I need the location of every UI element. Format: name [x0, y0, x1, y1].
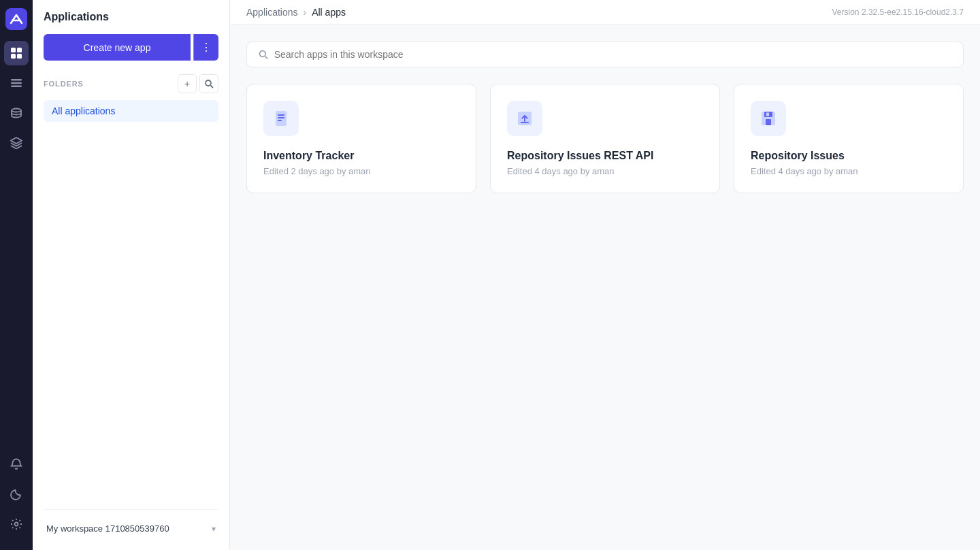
content-area: Inventory Tracker Edited 2 days ago by a… [230, 25, 980, 550]
create-new-app-more-button[interactable]: ⋮ [193, 34, 218, 61]
svg-rect-13 [278, 114, 284, 116]
app-meta: Edited 4 days ago by aman [507, 166, 703, 176]
svg-point-11 [259, 51, 265, 57]
nav-icon-database[interactable] [4, 101, 29, 125]
svg-rect-5 [11, 79, 22, 81]
svg-rect-14 [278, 117, 284, 118]
app-meta: Edited 2 days ago by aman [263, 166, 459, 176]
main-header: Applications › All apps Version 2.32.5-e… [230, 0, 980, 25]
icon-sidebar [0, 0, 33, 550]
folders-actions: + [178, 74, 218, 93]
search-input-icon [258, 49, 269, 60]
svg-point-10 [206, 80, 211, 86]
svg-rect-6 [11, 82, 22, 84]
dots-icon: ⋮ [201, 42, 212, 53]
breadcrumb-separator: › [304, 7, 307, 18]
svg-rect-19 [766, 119, 771, 125]
svg-rect-20 [766, 113, 769, 116]
breadcrumb: Applications › All apps [246, 7, 346, 18]
left-panel-footer: My workspace 1710850539760 ▾ [44, 509, 218, 539]
svg-point-9 [15, 523, 18, 526]
left-panel-title: Applications [44, 11, 218, 23]
create-btn-wrapper: Create new app ⋮ [44, 34, 218, 61]
folders-header: FOLDERS + [44, 74, 218, 93]
svg-rect-3 [11, 54, 16, 59]
app-meta: Edited 4 days ago by aman [751, 166, 947, 176]
svg-rect-4 [17, 54, 22, 59]
workspace-row[interactable]: My workspace 1710850539760 ▾ [44, 518, 218, 539]
app-name: Repository Issues REST API [507, 150, 703, 162]
folder-label: All applications [52, 106, 115, 116]
add-folder-button[interactable]: + [178, 74, 197, 93]
app-card-inventory-tracker[interactable]: Inventory Tracker Edited 2 days ago by a… [246, 84, 476, 193]
nav-icon-list[interactable] [4, 71, 29, 95]
app-icon-wrapper [263, 101, 299, 136]
workspace-name: My workspace 1710850539760 [46, 523, 169, 534]
app-name: Inventory Tracker [263, 150, 459, 162]
bottom-icons [4, 452, 29, 542]
document-icon [272, 110, 290, 127]
svg-rect-15 [278, 120, 282, 121]
search-input[interactable] [274, 49, 952, 60]
app-card-repository-issues[interactable]: Repository Issues Edited 4 days ago by a… [734, 84, 964, 193]
app-icon-wrapper [507, 101, 542, 136]
app-card-repository-issues-rest[interactable]: Repository Issues REST API Edited 4 days… [490, 84, 720, 193]
breadcrumb-root[interactable]: Applications [246, 7, 298, 18]
folders-label: FOLDERS [44, 80, 84, 88]
search-icon [204, 79, 214, 88]
svg-rect-2 [17, 48, 22, 52]
app-icon-wrapper [751, 101, 786, 136]
nav-icon-bell[interactable] [4, 452, 29, 476]
save-icon [760, 110, 777, 127]
breadcrumb-current: All apps [312, 7, 346, 18]
app-logo[interactable] [5, 8, 27, 30]
nav-icon-settings[interactable] [4, 512, 29, 536]
nav-icon-moon[interactable] [4, 482, 29, 506]
app-name: Repository Issues [751, 150, 947, 162]
search-folder-button[interactable] [199, 74, 218, 93]
nav-icon-grid[interactable] [4, 41, 29, 65]
svg-rect-7 [11, 86, 22, 88]
create-new-app-button[interactable]: Create new app [44, 34, 191, 61]
upload-icon [516, 110, 534, 127]
svg-point-8 [12, 109, 21, 112]
svg-rect-0 [5, 8, 27, 30]
chevron-down-icon: ▾ [212, 524, 216, 534]
folder-item-all-applications[interactable]: All applications [44, 100, 218, 122]
version-text: Version 2.32.5-ee2.15.16-cloud2.3.7 [832, 7, 964, 17]
nav-icon-layers[interactable] [4, 131, 29, 155]
apps-grid: Inventory Tracker Edited 2 days ago by a… [246, 84, 964, 193]
main-content: Applications › All apps Version 2.32.5-e… [230, 0, 980, 550]
search-bar[interactable] [246, 42, 964, 67]
svg-rect-1 [11, 48, 16, 52]
left-panel: Applications Create new app ⋮ FOLDERS + … [33, 0, 230, 550]
plus-icon: + [184, 78, 190, 89]
